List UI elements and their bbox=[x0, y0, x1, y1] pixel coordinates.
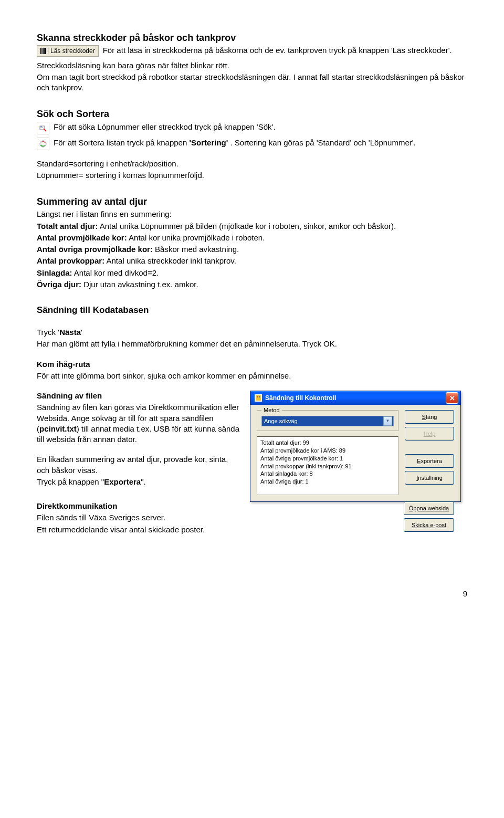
search-icon[interactable] bbox=[37, 122, 49, 134]
settings-button[interactable]: Inställning bbox=[405, 471, 454, 485]
text: Tryck på knappen "Exportera". bbox=[37, 477, 242, 487]
svg-rect-6 bbox=[257, 396, 258, 397]
read-barcodes-label: Läs streckkoder bbox=[50, 47, 95, 55]
heading-scan-barcodes: Skanna streckkoder på båskor och tankpro… bbox=[37, 32, 467, 44]
method-fieldset: Metod Ange sökväg ▼ bbox=[257, 410, 398, 431]
text: Löpnummer= sortering i kornas löpnummerf… bbox=[37, 170, 467, 181]
text: Sinlagda: Antal kor med divkod=2. bbox=[37, 268, 467, 278]
method-dropdown[interactable]: Ange sökväg ▼ bbox=[261, 416, 394, 426]
barcode-icon bbox=[40, 48, 48, 54]
page-number: 9 bbox=[37, 589, 467, 599]
send-kokontroll-dialog: Sändning till Kokontroll ✕ Metod Ange sö… bbox=[250, 391, 461, 502]
help-button[interactable]: Help bbox=[405, 427, 454, 441]
text: Längst ner i listan finns en summering: bbox=[37, 209, 467, 219]
app-icon bbox=[255, 394, 262, 402]
info-line: Antal sinlagda kor: 8 bbox=[260, 470, 395, 478]
text: Sändning av filen kan göras via Direktko… bbox=[37, 402, 242, 445]
subheading-direct: Direktkommunikation bbox=[37, 501, 242, 511]
close-icon: ✕ bbox=[449, 395, 455, 402]
dialog-titlebar[interactable]: Sändning till Kokontroll ✕ bbox=[250, 391, 460, 405]
method-label: Metod bbox=[261, 406, 282, 414]
svg-rect-7 bbox=[259, 396, 260, 397]
heading-summary: Summering av antal djur bbox=[37, 195, 467, 208]
text: För att inte glömma bort sinkor, sjuka o… bbox=[37, 371, 467, 381]
text: Ett returmeddelande visar antal skickade… bbox=[37, 525, 242, 535]
read-barcodes-button[interactable]: Läs streckkoder bbox=[37, 45, 99, 57]
text: Streckkodsläsning kan bara göras när fäl… bbox=[37, 60, 467, 71]
chevron-down-icon: ▼ bbox=[383, 416, 392, 426]
text: Antal provmjölkade kor: Antal kor unika … bbox=[37, 233, 467, 243]
svg-rect-5 bbox=[256, 395, 261, 401]
close-dialog-button[interactable]: Stäng bbox=[405, 410, 454, 424]
summary-info-box: Totalt antal djur: 99 Antal provmjölkade… bbox=[257, 436, 398, 495]
sort-icon[interactable] bbox=[37, 138, 49, 150]
info-line: Totalt antal djur: 99 bbox=[260, 439, 395, 447]
info-line: Antal övriga djur: 1 bbox=[260, 478, 395, 486]
info-line: Antal provmjölkade kor i AMS: 89 bbox=[260, 447, 395, 455]
svg-rect-1 bbox=[40, 127, 42, 127]
text: Om man tagit bort streckkod på robotkor … bbox=[37, 72, 467, 93]
text: Tryck 'Nästa' bbox=[37, 327, 467, 338]
dropdown-value: Ange sökväg bbox=[264, 417, 298, 425]
info-line: Antal övriga provmjölkade kor: 1 bbox=[260, 455, 395, 463]
text: Filen sänds till Växa Sveriges server. bbox=[37, 512, 242, 523]
text: Övriga djur: Djur utan avkastning t.ex. … bbox=[37, 279, 467, 290]
info-line: Antal provkoppar (inkl tankprov): 91 bbox=[260, 463, 395, 470]
text: Antal provkoppar: Antal unika streckkode… bbox=[37, 256, 467, 266]
export-button[interactable]: Exportera bbox=[405, 454, 454, 468]
heading-send-kodatabasen: Sändning till Kodatabasen bbox=[37, 305, 467, 317]
text: För att läsa in streckkoderna på båskorn… bbox=[103, 45, 467, 56]
text: Standard=sortering i enhet/rack/position… bbox=[37, 159, 467, 169]
heading-search-sort: Sök och Sortera bbox=[37, 108, 467, 120]
close-button[interactable]: ✕ bbox=[446, 392, 458, 404]
send-email-button[interactable]: Skicka e-post bbox=[404, 518, 454, 532]
text: En likadan summering av antal djur, prov… bbox=[37, 454, 242, 476]
svg-rect-2 bbox=[40, 128, 43, 128]
text: För att söka Löpnummer eller streckkod t… bbox=[54, 122, 467, 132]
subheading-send-file: Sändning av filen bbox=[37, 391, 242, 401]
text: Antal övriga provmjölkade kor: Båskor me… bbox=[37, 244, 467, 255]
text: Har man glömt att fylla i hemmaförbrukni… bbox=[37, 339, 467, 349]
text: För att Sortera listan tryck på knappen … bbox=[54, 138, 467, 148]
open-website-button[interactable]: Öppna websida bbox=[404, 501, 454, 515]
subheading-remember: Kom ihåg-ruta bbox=[37, 359, 467, 370]
text: Totalt antal djur: Antal unika Löpnummer… bbox=[37, 221, 467, 232]
dialog-title: Sändning till Kokontroll bbox=[265, 394, 336, 402]
